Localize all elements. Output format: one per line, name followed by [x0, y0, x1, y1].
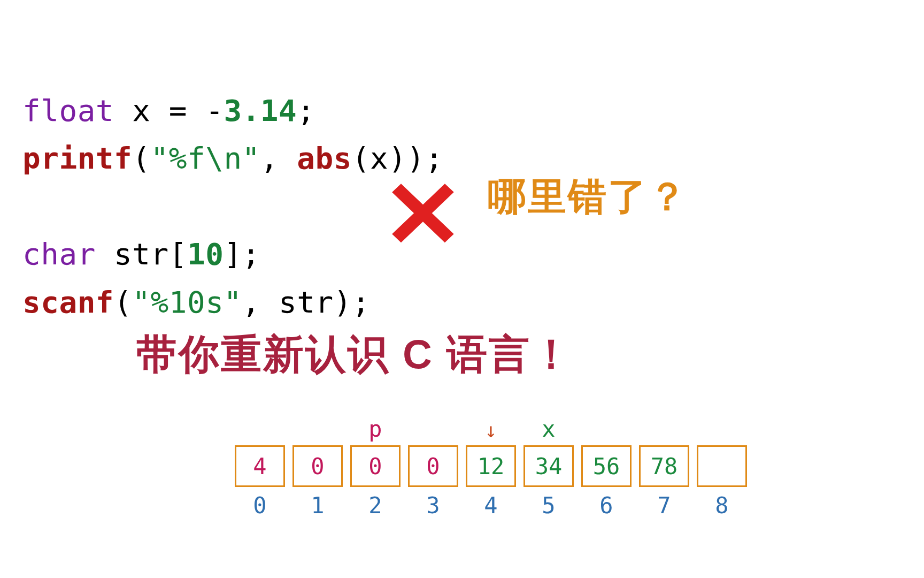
cell-value: 4 [235, 445, 285, 487]
memory-cell-5: x345 [523, 412, 574, 519]
cell-index: 3 [426, 492, 440, 519]
cell-value: 0 [350, 445, 401, 487]
cell-value [697, 445, 747, 487]
cell-index: 8 [715, 492, 728, 519]
paren-open-2: ( [114, 285, 132, 320]
cell-value: 0 [292, 445, 343, 487]
subtitle-text: 带你重新认识 C 语言！ [136, 328, 573, 383]
memory-cell-3: 03 [407, 412, 459, 519]
literal-3.14: 3.14 [224, 93, 297, 128]
question-text: 哪里错了？ [488, 171, 688, 223]
rest-2: , str); [242, 285, 371, 320]
semicolon-2: ]; [224, 237, 260, 271]
paren-open-1: ( [132, 141, 150, 176]
cell-index: 5 [542, 492, 555, 519]
cell-value: 34 [523, 445, 574, 487]
cell-index: 2 [368, 492, 382, 519]
slide-canvas: float x = -3.14; printf("%f\n", abs(x));… [0, 0, 924, 578]
memory-cell-8: 8 [696, 412, 748, 519]
string-fmt-10s: "%10s" [132, 285, 242, 320]
cell-index: 1 [311, 492, 324, 519]
cell-value: 56 [581, 445, 632, 487]
ident-x-decl: x = - [114, 93, 224, 128]
wrong-icon: ✕ [382, 161, 464, 269]
keyword-char: char [22, 237, 96, 271]
memory-cell-7: 787 [638, 412, 690, 519]
literal-10: 10 [187, 237, 224, 271]
cell-index: 4 [484, 492, 497, 519]
memory-cell-4: ↓124 [465, 412, 517, 519]
memory-cell-6: 566 [581, 412, 632, 519]
cell-top-label: x [542, 412, 555, 442]
fn-printf: printf [22, 141, 132, 176]
memory-cell-1: 01 [292, 412, 343, 519]
cell-top-label: p [368, 412, 382, 442]
ident-str-decl: str[ [96, 237, 187, 271]
semicolon-1: ; [297, 93, 315, 128]
fn-scanf: scanf [22, 285, 114, 320]
code-block: float x = -3.14; printf("%f\n", abs(x));… [22, 39, 443, 326]
memory-cell-2: p02 [350, 412, 401, 519]
fn-abs: abs [297, 141, 352, 176]
cell-top-label: ↓ [485, 412, 497, 442]
keyword-float: float [22, 93, 114, 128]
comma-1: , [260, 141, 297, 176]
cell-value: 12 [466, 445, 516, 487]
cell-index: 7 [657, 492, 671, 519]
cell-index: 6 [599, 492, 613, 519]
memory-diagram: 4001p0203↓124x3455667878 [234, 412, 748, 519]
cell-index: 0 [253, 492, 266, 519]
cell-value: 0 [408, 445, 458, 487]
memory-cell-0: 40 [234, 412, 286, 519]
string-fmt-f: "%f\n" [151, 141, 260, 176]
cell-value: 78 [639, 445, 689, 487]
